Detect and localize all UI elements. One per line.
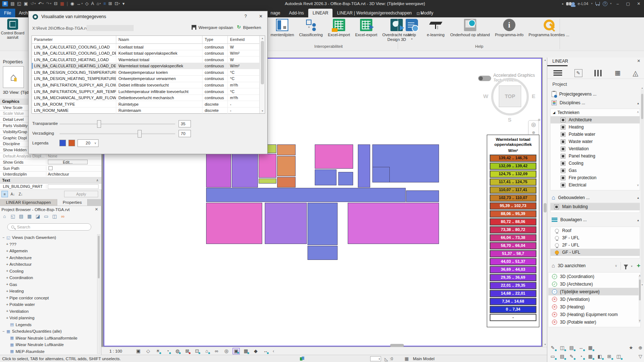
- column-header-naam[interactable]: Naam: [116, 36, 202, 43]
- store-cart-icon[interactable]: [595, 2, 600, 5]
- unlock-view-icon[interactable]: ⌂: [203, 348, 210, 354]
- status-on-icon[interactable]: ✓: [552, 274, 557, 279]
- scrollbar-thumb[interactable]: [261, 41, 264, 84]
- print-icon[interactable]: ⊟: [54, 1, 58, 6]
- linear-panel-close-icon[interactable]: ✕: [637, 59, 640, 63]
- property-row-sun-path[interactable]: Sun Path: [0, 165, 101, 172]
- linear-tool-icon[interactable]: ▤: [568, 344, 576, 351]
- room-7[interactable]: [259, 178, 276, 184]
- scrollbar-thumb[interactable]: [98, 236, 100, 278]
- discipline-fire-protection[interactable]: Fire protection: [551, 174, 640, 181]
- help-dropdown-caret-icon[interactable]: ▾: [610, 2, 612, 5]
- view-scale-button[interactable]: 1 : 100: [109, 349, 128, 353]
- dialog-help-button[interactable]: ?: [242, 14, 250, 19]
- canvas-vertical-scrollbar[interactable]: ▴ ▾: [543, 58, 547, 347]
- redo-icon[interactable]: ↷▾: [46, 1, 51, 6]
- ribbon-button-programma-info[interactable]: Programma-info: [493, 18, 525, 38]
- show-crop-icon[interactable]: ⊡: [193, 348, 201, 354]
- tree-item-gas[interactable]: +Gas: [0, 281, 96, 288]
- level-roof[interactable]: Roof: [551, 227, 640, 234]
- discipline-potable-water[interactable]: Potable water: [551, 131, 640, 138]
- linear-tool-icon[interactable]: ▽: [636, 353, 644, 360]
- linear-tool-icon[interactable]: ▦: [586, 353, 594, 360]
- tree-item-coordination[interactable]: +Coordination: [0, 274, 96, 281]
- room-12[interactable]: [358, 144, 370, 188]
- table-row-lin-ba-calculated-cooling-load-dens[interactable]: LIN_BA_CALCULATED_COOLING_LOAD_DENS...Ko…: [32, 50, 265, 57]
- text-icon[interactable]: A: [91, 1, 94, 6]
- shadows-icon[interactable]: ◍: [174, 348, 181, 354]
- room-6[interactable]: [277, 156, 296, 176]
- tab-properties[interactable]: Properties: [57, 199, 88, 206]
- checkbox-partial[interactable]: [561, 161, 565, 166]
- search-icon[interactable]: [566, 2, 569, 5]
- linear-tool-icon[interactable]: ▤: [558, 353, 566, 360]
- edit-icon[interactable]: ✎: [574, 69, 582, 77]
- calculation-icon[interactable]: ▦: [615, 69, 620, 77]
- transfer-doc-icon[interactable]: ▦: [60, 1, 64, 6]
- tree-expander-icon[interactable]: ◢: [553, 111, 555, 114]
- slider-thumb[interactable]: [138, 130, 142, 138]
- property-row-lin-building-part[interactable]: LIN_BUILDING_PART: [0, 184, 101, 190]
- status-partial-icon[interactable]: −: [552, 289, 557, 294]
- scale-icon[interactable]: ▣: [135, 348, 142, 354]
- tree-item-linear-neutrale-luftkan-le[interactable]: ▦liNear Neutrale Luftkanäle: [0, 341, 96, 348]
- saturation-value[interactable]: 70: [179, 130, 191, 137]
- tree-item-allgemein[interactable]: +Allgemein: [0, 248, 96, 254]
- menu-icon[interactable]: [553, 70, 562, 76]
- room-9[interactable]: [315, 144, 353, 169]
- section-mark-icon[interactable]: ◉: [70, 1, 74, 6]
- status-off-icon[interactable]: ✕: [552, 312, 557, 317]
- links-icon[interactable]: ◫: [51, 214, 58, 219]
- tree-item-architecture[interactable]: +Architecture: [0, 254, 96, 261]
- scroll-down-icon[interactable]: ▾: [641, 283, 644, 286]
- tree-item-architectuur[interactable]: +Architectuur: [0, 261, 96, 268]
- tree-expander-icon[interactable]: +: [5, 303, 9, 307]
- building-part-main-building[interactable]: Main building: [551, 203, 640, 210]
- view3d-3d-heating[interactable]: ✕3D (Heating): [548, 303, 640, 311]
- linear-tool-icon[interactable]: ↔: [577, 344, 585, 351]
- property-row-unterdisziplin[interactable]: UnterdisziplinArchitectuur: [0, 172, 101, 178]
- dialog-close-button[interactable]: ✕: [256, 14, 265, 19]
- gebouwdelen-header[interactable]: ⌂ Gebouwdelen ...: [552, 195, 590, 201]
- viewcube-west[interactable]: W: [483, 93, 488, 99]
- 3d-views-header[interactable]: ⌂ 3D aanzichten: [552, 263, 586, 268]
- checkbox-partial[interactable]: [561, 147, 565, 151]
- room-17[interactable]: [206, 203, 262, 244]
- measure-icon[interactable]: ↔: [262, 348, 269, 354]
- displacement-icon[interactable]: ▦: [242, 348, 250, 354]
- column-header-type[interactable]: Type: [202, 36, 228, 43]
- collapse-icon[interactable]: ▴: [637, 218, 639, 222]
- view3d-tijdelijke-weergave[interactable]: −{Tijdelijke weergave}: [548, 288, 640, 295]
- checkbox-partial[interactable]: [554, 205, 559, 209]
- status-on-icon[interactable]: ✓: [552, 282, 557, 287]
- table-row-lin-ba-calculated-cooling-load[interactable]: LIN_BA_CALCULATED_COOLING_LOADKoellast t…: [32, 44, 265, 50]
- sun-path-icon[interactable]: ◔: [164, 348, 171, 354]
- tree-item-pipe-corridor-concept[interactable]: +Pipe corridor concept: [0, 295, 96, 302]
- table-scrollbar[interactable]: ▴ ▾: [259, 36, 265, 113]
- room-16[interactable]: [406, 190, 439, 202]
- technieken-node[interactable]: ◢ Technieken: [551, 109, 640, 116]
- column-header-parameter[interactable]: Parameter: [32, 36, 116, 43]
- reveal-hidden-icon[interactable]: ◎: [223, 348, 230, 354]
- save-view-button[interactable]: Weergave opslaan: [198, 25, 233, 30]
- tree-expander-icon[interactable]: −: [1, 329, 6, 333]
- account-icon[interactable]: [572, 2, 575, 5]
- project-browser-scrollbar[interactable]: [97, 234, 100, 354]
- room-11[interactable]: [338, 172, 353, 185]
- close-button[interactable]: ✕: [635, 1, 643, 6]
- room-18[interactable]: [265, 203, 307, 244]
- sort-az-icon[interactable]: A↓: [9, 191, 16, 197]
- accelerated-graphics-toggle[interactable]: [478, 76, 491, 81]
- workset-dropdown[interactable]: ▾: [370, 356, 381, 361]
- apply-button[interactable]: Apply: [64, 191, 98, 197]
- view3d-3d-architecture[interactable]: ✓3D (Architecture): [548, 280, 640, 288]
- legend-steps-dropdown[interactable]: 20∨: [78, 139, 99, 147]
- ribbon-button-classificering[interactable]: Classificering: [297, 18, 325, 38]
- signed-in-user[interactable]: e-L04: [578, 1, 588, 6]
- linear-tool-icon[interactable]: ◔: [577, 353, 585, 360]
- viewcube-east[interactable]: E: [532, 93, 535, 99]
- tree-item-heating[interactable]: +Heating: [0, 288, 96, 295]
- crop-view-icon[interactable]: ⊠: [184, 348, 191, 354]
- level-2f-ufl[interactable]: 2F - UFL: [551, 241, 640, 249]
- checkbox[interactable]: [49, 166, 53, 170]
